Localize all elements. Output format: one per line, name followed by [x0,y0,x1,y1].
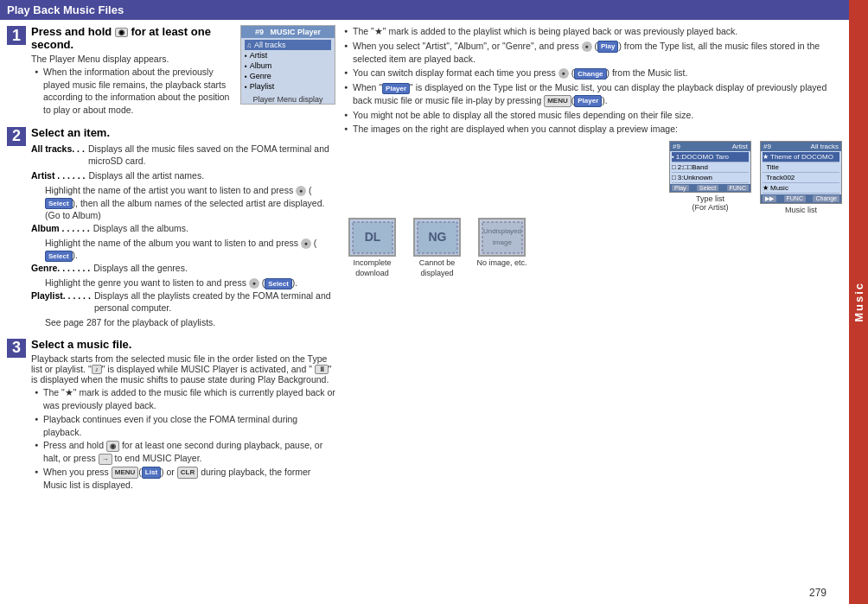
page-number: 279 [809,587,827,599]
def-sub-genre: Highlight the genre you want to listen t… [45,277,335,289]
right-bullet-4: When "Player" is displayed on the Type l… [344,81,842,107]
step-1: 1 #9 MUSIC Player ♫ All tracks [7,25,335,118]
step-2-content: Select an item. All tracks. . . Displays… [31,126,335,329]
type-list-rows: ▪1:DOCOMO Taro □2:□□Band □3:Unknown [670,151,750,184]
menu-btn-inline: MENU [112,467,139,478]
music-list-image: #9 All tracks ★Theme of DOCOMO Title [760,141,842,214]
type-list-box: #9 Artist ▪1:DOCOMO Taro □2:□□Band □3 [669,141,751,193]
def-term-album: Album . . . . . . [31,222,90,235]
music-icon-2: ▪ [245,52,247,60]
def-album: Album . . . . . . Displays all the album… [31,222,335,235]
step-3-bullet-2: Playback continues even if you close the… [35,413,335,438]
list-images-row: #9 Artist ▪1:DOCOMO Taro □2:□□Band □3 [344,141,842,214]
step-2-number: 2 [7,127,26,146]
music-list-header: #9 All tracks [761,142,841,151]
def-genre: Genre. . . . . . . Displays all the genr… [31,262,335,275]
right-bullet-2: When you select "Artist", "Album", or "G… [344,40,842,66]
cannot-display-box: NG Cannot be displayed [409,218,465,278]
change-btn-r1: Change [574,68,606,79]
pause-icon-inline: ⏸ [315,365,329,374]
no-image-caption: No image, etc. [476,258,527,269]
icon-images-row: DL Incomplete download NG Cannot be [344,218,842,278]
def-artist: Artist . . . . . . Displays all the arti… [31,169,335,182]
def-playlist: Playlist. . . . . . Displays all the pla… [31,289,335,315]
change-footer-btn: Change [813,195,839,202]
step-3-content: Select a music file. Playback starts fro… [31,338,335,493]
right-column: The "★" mark is added to the playlist wh… [344,25,842,599]
def-sub-artist: Highlight the name of the artist you wan… [45,184,335,222]
step-1-bullet-1: When the information about the previousl… [35,66,335,117]
play-footer-btn: Play [672,185,689,191]
player-btn-r1: Player [574,95,602,106]
def-detail-artist: Displays all the artist names. [88,169,204,182]
right-bullet-3: You can switch display format each time … [344,67,842,79]
definition-list: All tracks. . . Displays all the music f… [31,143,335,329]
right-sidebar: Music [849,0,868,604]
right-bullet-1: The "★" mark is added to the playlist wh… [344,25,842,38]
step-2: 2 Select an item. All tracks. . . Displa… [7,126,335,329]
list-btn-inline: List [142,467,161,478]
sidebar-label: Music [852,282,865,322]
cannot-display-caption: Cannot be displayed [409,258,465,278]
music-list-box: #9 All tracks ★Theme of DOCOMO Title [760,141,842,204]
def-term-playlist: Playlist. . . . . . [31,289,91,315]
select-btn-1: Select [45,198,73,209]
type-list-caption: Type list(For Artist) [692,194,729,212]
music-list-rows: ★Theme of DOCOMO Title Track002 ★Music [761,151,841,194]
step-3-bullet-1: The "★" mark is added to the music file … [35,386,335,411]
step-3-title: Select a music file. [31,338,335,351]
right-bullet-5: You might not be able to display all the… [344,109,842,122]
type-list-footer: Play Select FUNC [670,184,750,192]
def-detail-alltracks: Displays all the music files saved on th… [88,143,335,168]
type-list-row-3: □3:Unknown [672,173,749,183]
player-menu-item-artist: ▪ Artist [245,50,331,60]
type-list-header: #9 Artist [670,142,750,151]
circle-btn-r2: ● [558,68,569,79]
cannot-display-image: NG [413,218,461,257]
music-list-row-4: ★Music [763,183,839,194]
step-3-main: Playback starts from the selected music … [31,353,335,385]
def-detail-genre: Displays all the genres. [93,262,188,275]
step-1-content: #9 MUSIC Player ♫ All tracks ▪ Artist [31,25,335,118]
play-icon-inline: ♪ [92,365,102,374]
left-column: 1 #9 MUSIC Player ♫ All tracks [7,25,335,599]
svg-text:image: image [493,238,512,246]
no-image-box: Undisplayed image No image, etc. [474,218,530,269]
step-3-bullet-3: Press and hold ◉ for at least one second… [35,439,335,465]
menu-btn-r1: MENU [544,95,571,106]
music-icon-1: ♫ [246,41,252,49]
def-detail-album: Displays all the albums. [93,222,188,235]
incomplete-download-svg: DL [351,220,394,255]
func-footer-btn: FUNC [727,185,749,191]
circle-btn-1: ● [296,186,306,196]
step-2-title: Select an item. [31,126,335,139]
circle-btn-3: ● [249,278,259,289]
def-term-genre: Genre. . . . . . . [31,262,90,275]
right-bullet-6: The images on the right are displayed wh… [344,123,842,136]
step-1-number: 1 [7,26,26,45]
step-1-bullets: When the information about the previousl… [31,66,335,117]
select-btn-2: Select [45,251,73,262]
def-term-artist: Artist . . . . . . [31,169,85,182]
player-label-inline: Player [382,83,410,94]
circle-btn-r1: ● [582,41,592,52]
step-3-bullets: The "★" mark is added to the music file … [31,386,335,491]
player-menu-title: #9 MUSIC Player [241,26,335,38]
no-image-image: Undisplayed image [478,218,526,257]
type-list-row-2: □2:□□Band [672,162,749,173]
player-menu-item-alltracks: ♫ All tracks [245,40,331,50]
def-detail-playlist: Displays all the playlists created by th… [94,289,335,315]
hold-btn-inline: ◉ [106,441,119,452]
play-btn-r1: Play [597,41,618,52]
play-footer-btn-2: ▶▶ [763,195,776,202]
select-btn-3: Select [265,278,292,289]
svg-text:NG: NG [428,230,446,244]
def-all-tracks: All tracks. . . Displays all the music f… [31,143,335,168]
clr-btn-inline: CLR [177,467,198,478]
cannot-display-svg: NG [416,220,459,255]
step-3-bullet-4: When you press MENU(List) or CLR during … [35,466,335,492]
def-term-alltracks: All tracks. . . [31,143,85,168]
music-list-footer: ▶▶ FUNC Change [761,194,841,203]
no-image-svg: Undisplayed image [481,220,524,255]
type-list-row-1: ▪1:DOCOMO Taro [672,152,749,162]
